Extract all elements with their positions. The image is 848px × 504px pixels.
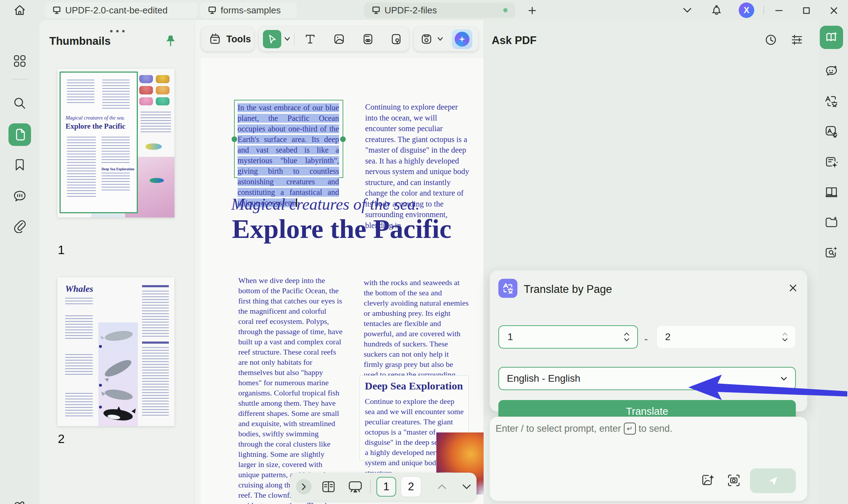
stepper-down-icon[interactable] bbox=[624, 338, 629, 342]
page-1-label: 1 bbox=[383, 480, 389, 493]
ai-assistant-button[interactable] bbox=[452, 29, 472, 49]
search-button[interactable] bbox=[8, 92, 31, 115]
prompt-input-card[interactable]: Enter / to select prompt, enter ↵ to sen… bbox=[490, 417, 807, 501]
paperclip-icon bbox=[13, 219, 27, 233]
page-subtitle: Magical creatures of the sea. bbox=[231, 195, 419, 214]
selected-text: In the vast embrace of our blue planet, … bbox=[238, 103, 339, 207]
page-2-button[interactable]: 2 bbox=[401, 477, 421, 497]
document-tab-icon bbox=[372, 6, 380, 14]
page-from-field[interactable] bbox=[498, 325, 638, 349]
chevron-down-icon bbox=[780, 376, 787, 381]
collapse-nav-button[interactable] bbox=[296, 479, 312, 494]
minimize-icon bbox=[774, 6, 784, 15]
rail-divider bbox=[11, 79, 28, 80]
page-to-stepper[interactable] bbox=[782, 332, 788, 342]
translate-page-button[interactable] bbox=[820, 120, 843, 143]
previous-page-button[interactable] bbox=[435, 481, 449, 492]
document-tab-icon bbox=[208, 6, 216, 14]
selection-handle-left[interactable] bbox=[232, 136, 237, 142]
page-to-input[interactable] bbox=[664, 331, 736, 343]
location-page-tool-button[interactable] bbox=[387, 32, 405, 46]
ai-search-button[interactable] bbox=[820, 241, 843, 264]
attachments-button[interactable] bbox=[8, 215, 31, 237]
tools-button[interactable]: Tools bbox=[202, 27, 254, 51]
pin-panel-button[interactable] bbox=[164, 33, 178, 49]
minimize-button[interactable] bbox=[772, 4, 786, 17]
summarize-button[interactable] bbox=[820, 150, 843, 173]
tab-label: UPDF-2.0-cant-be-edited bbox=[65, 5, 167, 16]
save-button[interactable] bbox=[419, 32, 434, 46]
two-page-view-button[interactable] bbox=[319, 479, 338, 494]
close-button[interactable] bbox=[827, 4, 841, 17]
attach-image-button[interactable] bbox=[699, 472, 716, 489]
ai-files-button[interactable] bbox=[820, 211, 843, 234]
thumbnails-title: Thumbnails bbox=[49, 35, 111, 48]
tab-list-button[interactable] bbox=[681, 5, 694, 16]
page-1-button[interactable]: 1 bbox=[376, 477, 396, 497]
text-tool-button[interactable] bbox=[300, 32, 320, 46]
language-dropdown[interactable]: English - English bbox=[498, 367, 796, 390]
stepper-down-icon[interactable] bbox=[782, 338, 788, 342]
image-tool-button[interactable] bbox=[329, 32, 349, 46]
page-from-stepper[interactable] bbox=[624, 332, 629, 342]
ask-pdf-tool-button[interactable] bbox=[820, 26, 843, 49]
dialog-close-button[interactable] bbox=[787, 282, 799, 294]
thumbnails-panel-button[interactable] bbox=[8, 123, 31, 146]
avatar[interactable]: X bbox=[739, 2, 754, 18]
left-rail bbox=[0, 20, 39, 504]
nav-divider bbox=[370, 480, 371, 494]
settings-button[interactable] bbox=[789, 32, 805, 48]
select-tool-button[interactable] bbox=[263, 30, 281, 48]
translate-text-button[interactable] bbox=[820, 90, 843, 112]
thumbnail-page-1[interactable]: Magical creatures of the sea. Explore th… bbox=[57, 69, 174, 217]
thumbnail-page-2[interactable]: Whales bbox=[57, 277, 174, 426]
thumbnail-viewport[interactable]: Magical creatures of the sea. Explore th… bbox=[60, 72, 138, 213]
tab-label: forms-samples bbox=[221, 5, 281, 16]
select-tool-chevron-icon[interactable] bbox=[284, 37, 290, 41]
save-ai-toolbar bbox=[414, 27, 478, 51]
theme-palette-button[interactable] bbox=[8, 496, 31, 504]
maximize-button[interactable] bbox=[799, 4, 813, 17]
notifications-button[interactable] bbox=[709, 3, 724, 18]
panel-drag-handle[interactable]: ••• bbox=[108, 26, 129, 37]
mini-fish-2 bbox=[146, 143, 162, 150]
home-button[interactable] bbox=[12, 3, 27, 18]
selected-text-box[interactable]: In the vast embrace of our blue planet, … bbox=[234, 100, 343, 178]
read-mode-button[interactable] bbox=[820, 181, 843, 203]
save-options-chevron-icon[interactable] bbox=[437, 37, 443, 41]
bookmarks-button[interactable] bbox=[8, 154, 31, 176]
stepper-up-icon[interactable] bbox=[624, 332, 629, 336]
whale-illustrations bbox=[98, 322, 138, 426]
new-tab-button[interactable] bbox=[526, 4, 539, 17]
edit-toolbar bbox=[259, 27, 409, 51]
tab-updf-2-0-cant-be-edited[interactable]: UPDF-2.0-cant-be-edited bbox=[45, 2, 198, 18]
tab-updf-2-files[interactable]: UPDF-2-files bbox=[364, 2, 515, 18]
presentation-button[interactable] bbox=[345, 479, 365, 494]
tools-label: Tools bbox=[226, 34, 251, 45]
link-page-tool-button[interactable] bbox=[358, 32, 378, 46]
titlebar: UPDF-2.0-cant-be-edited forms-samples UP… bbox=[0, 0, 848, 20]
screenshot-button[interactable] bbox=[725, 472, 742, 489]
translate-button-label: Translate bbox=[626, 406, 668, 417]
language-value: English - English bbox=[507, 373, 580, 384]
page-to-field[interactable] bbox=[656, 325, 796, 349]
ai-chat-icon bbox=[824, 64, 838, 78]
ai-chat-button[interactable] bbox=[820, 60, 843, 82]
close-icon bbox=[829, 6, 838, 15]
comments-button[interactable] bbox=[8, 185, 31, 208]
send-button[interactable] bbox=[750, 468, 796, 493]
translate-text-icon bbox=[824, 94, 838, 108]
thumbnail-1-label: 1 bbox=[58, 243, 64, 257]
stepper-up-icon[interactable] bbox=[782, 332, 788, 336]
translate-icon bbox=[502, 282, 514, 295]
apps-grid-button[interactable] bbox=[8, 50, 31, 72]
tab-forms-samples[interactable]: forms-samples bbox=[200, 2, 297, 18]
next-page-button[interactable] bbox=[460, 481, 474, 492]
send-icon bbox=[768, 475, 778, 486]
search-icon bbox=[13, 96, 27, 110]
history-button[interactable] bbox=[763, 32, 779, 48]
selection-handle-right[interactable] bbox=[340, 136, 346, 142]
page-from-input[interactable] bbox=[507, 331, 579, 343]
comment-icon bbox=[13, 189, 27, 203]
chevron-right-icon bbox=[301, 483, 307, 491]
